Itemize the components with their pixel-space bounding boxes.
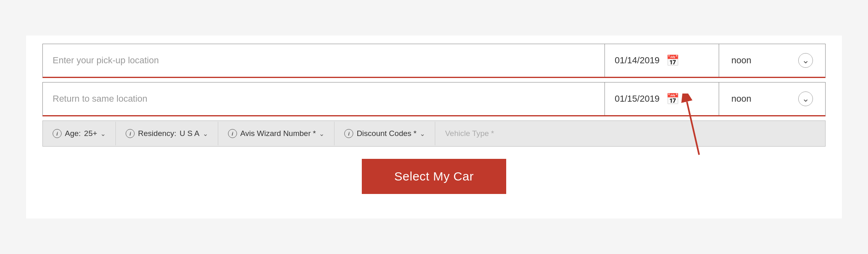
return-date-value: 01/15/2019 xyxy=(615,94,660,104)
return-row: Return to same location 01/15/2019 📅 noo… xyxy=(42,82,826,116)
discount-option[interactable]: i Discount Codes * ⌄ xyxy=(334,122,435,145)
vehicle-type-label: Vehicle Type * xyxy=(445,129,494,138)
discount-info-icon[interactable]: i xyxy=(344,129,353,138)
residency-info-icon[interactable]: i xyxy=(126,129,135,138)
pickup-time-field[interactable]: noon ⌄ xyxy=(719,44,825,77)
age-value: 25+ xyxy=(84,129,97,138)
pickup-date-field[interactable]: 01/14/2019 📅 xyxy=(605,44,719,77)
return-location-placeholder: Return to same location xyxy=(53,94,147,104)
age-option[interactable]: i Age: 25+ ⌄ xyxy=(43,122,116,145)
residency-value: U S A xyxy=(179,129,199,138)
wizard-dropdown-icon[interactable]: ⌄ xyxy=(319,130,324,138)
pickup-location-input[interactable]: Enter your pick-up location xyxy=(43,44,605,77)
select-car-container: Select My Car xyxy=(42,159,826,194)
return-date-field[interactable]: 01/15/2019 📅 xyxy=(605,82,719,115)
discount-dropdown-icon[interactable]: ⌄ xyxy=(420,130,425,138)
main-container: Enter your pick-up location 01/14/2019 📅… xyxy=(26,36,842,218)
return-time-value: noon xyxy=(731,94,751,104)
residency-option[interactable]: i Residency: U S A ⌄ xyxy=(116,122,218,145)
age-info-icon[interactable]: i xyxy=(53,129,62,138)
residency-dropdown-icon[interactable]: ⌄ xyxy=(203,130,208,138)
return-calendar-icon[interactable]: 📅 xyxy=(666,93,679,105)
vehicle-type-option[interactable]: Vehicle Type * xyxy=(435,122,825,145)
age-dropdown-icon[interactable]: ⌄ xyxy=(100,130,106,138)
pickup-row: Enter your pick-up location 01/14/2019 📅… xyxy=(42,44,826,78)
age-label: Age: xyxy=(65,129,81,138)
pickup-time-chevron-icon[interactable]: ⌄ xyxy=(798,53,813,68)
return-time-chevron-icon[interactable]: ⌄ xyxy=(798,91,813,106)
return-time-field[interactable]: noon ⌄ xyxy=(719,82,825,115)
residency-label: Residency: xyxy=(138,129,176,138)
pickup-date-value: 01/14/2019 xyxy=(615,55,660,66)
pickup-location-placeholder: Enter your pick-up location xyxy=(53,55,159,66)
pickup-time-value: noon xyxy=(731,55,751,66)
return-location-input[interactable]: Return to same location xyxy=(43,82,605,115)
wizard-label: Avis Wizard Number * xyxy=(240,129,316,138)
pickup-calendar-icon[interactable]: 📅 xyxy=(666,54,679,67)
select-car-button[interactable]: Select My Car xyxy=(362,159,507,194)
wizard-info-icon[interactable]: i xyxy=(228,129,237,138)
wizard-option[interactable]: i Avis Wizard Number * ⌄ xyxy=(218,122,334,145)
options-row: i Age: 25+ ⌄ i Residency: U S A ⌄ i Avis… xyxy=(42,120,826,147)
discount-label: Discount Codes * xyxy=(356,129,416,138)
